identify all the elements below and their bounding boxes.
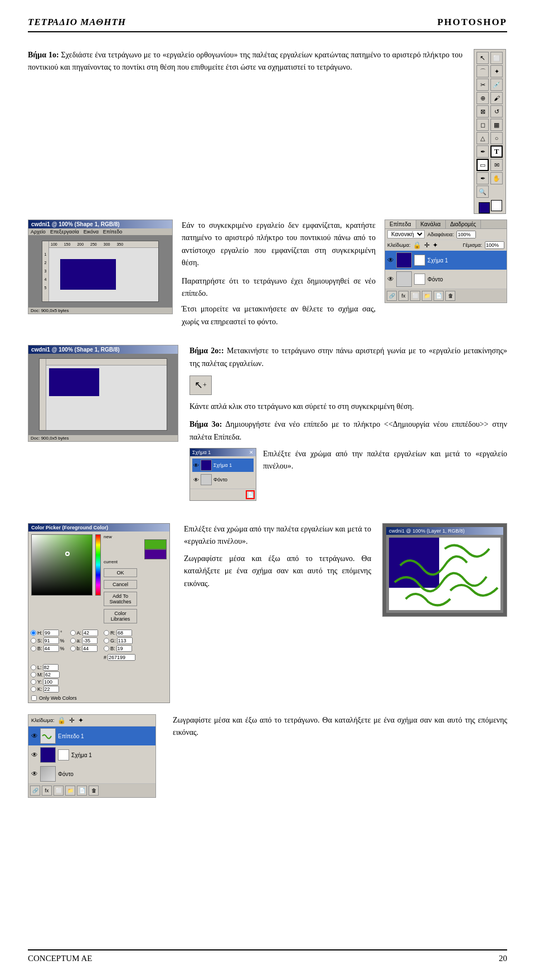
color-ok-btn[interactable]: OK xyxy=(104,568,137,577)
fill-input[interactable] xyxy=(485,241,504,249)
bottom-background-row[interactable]: 👁 Φόντο xyxy=(28,764,155,783)
la-input[interactable] xyxy=(82,630,98,636)
g-radio[interactable] xyxy=(104,638,109,643)
magic-wand-tool-btn[interactable]: ✦ xyxy=(490,65,503,77)
b-radio[interactable] xyxy=(31,646,36,651)
layers-mask-btn[interactable]: ⬜ xyxy=(410,291,420,301)
color-gradient-area[interactable] xyxy=(31,534,93,596)
shape-tool-btn[interactable]: ▭ xyxy=(476,159,489,171)
bb-input[interactable] xyxy=(116,645,132,652)
bottom-bg-name: Φόντο xyxy=(58,771,74,777)
stamp-tool-btn[interactable]: ⊠ xyxy=(476,105,489,118)
lbb-input[interactable] xyxy=(82,645,98,652)
zoom-tool-btn[interactable]: 🔍 xyxy=(476,186,489,198)
l-input[interactable] xyxy=(43,664,59,671)
la-radio[interactable] xyxy=(70,630,76,636)
color-libraries-btn[interactable]: Color Libraries xyxy=(104,609,137,623)
erase-tool-btn[interactable]: ◻ xyxy=(476,119,489,131)
pen-tool-btn[interactable]: ✒ xyxy=(476,145,489,158)
bl-fx-btn[interactable]: fx xyxy=(42,786,52,796)
bottom-shape1-row[interactable]: 👁 Σχήμα 1 xyxy=(28,745,155,764)
shape1-thumb xyxy=(40,747,56,763)
heal-tool-btn[interactable]: ⊕ xyxy=(476,92,489,104)
ps-titlebar-2: cwdni1 @ 100% (Shape 1, RGB/8) xyxy=(28,345,178,354)
h-input[interactable] xyxy=(43,630,59,636)
blend-mode-select[interactable]: Κανονική xyxy=(387,230,425,238)
color-add-swatch-btn[interactable]: Add To Swatches xyxy=(104,592,137,606)
bl-newlayer-btn[interactable]: 📄 xyxy=(77,786,87,796)
l-radio[interactable] xyxy=(31,665,36,670)
step1-title: Βήμα 1ο: xyxy=(28,51,59,59)
s-radio[interactable] xyxy=(31,638,36,643)
laa-radio[interactable] xyxy=(70,638,76,643)
layers-new-group-btn[interactable]: 📁 xyxy=(422,291,432,301)
b-input[interactable] xyxy=(43,645,59,652)
eyedrop-tool-btn[interactable]: 💉 xyxy=(490,79,503,91)
color-picker-title: Color Picker (Foreground Color) xyxy=(28,524,169,532)
step3-text2-mid: Επιλέξτε ένα χρώμα από την παλέτα εργαλε… xyxy=(184,523,371,548)
g-input[interactable] xyxy=(117,637,133,644)
layers-fx-btn[interactable]: fx xyxy=(398,291,408,301)
k-input[interactable] xyxy=(43,686,59,693)
opacity-input[interactable] xyxy=(456,231,476,238)
step2-text2: Κάντε απλά κλικ στο τετράγωνο και σύρετέ… xyxy=(189,401,507,413)
ps-titlebar-1: cwdni1 @ 100% (Shape 1, RGB/8) xyxy=(28,220,172,228)
layer2-row-shape1[interactable]: 👁 Σχήμα 1 xyxy=(192,459,254,472)
hue-bar[interactable] xyxy=(95,534,101,596)
layer-thumb-background xyxy=(396,271,412,287)
y-input[interactable] xyxy=(43,679,59,685)
eyedrop2-tool-btn[interactable]: ✒ xyxy=(476,172,489,184)
lasso-tool-btn[interactable]: ⌒ xyxy=(476,65,489,77)
ps-window-step2: cwdni1 @ 100% (Shape 1, RGB/8) xyxy=(28,345,178,506)
laa-input[interactable] xyxy=(82,637,98,644)
layers-link-btn[interactable]: 🔗 xyxy=(387,291,397,301)
layer2-row-layer1[interactable]: 👁 Φόντο xyxy=(192,473,254,486)
bl-link-btn[interactable]: 🔗 xyxy=(30,786,40,796)
gradient-tool-btn[interactable]: ▦ xyxy=(490,119,503,131)
bl-delete-btn[interactable]: 🗑 xyxy=(89,786,99,796)
h-radio[interactable] xyxy=(31,630,36,636)
hex-input[interactable] xyxy=(108,654,135,661)
layers-delete-btn[interactable]: 🗑 xyxy=(445,291,455,301)
hand-tool-btn[interactable]: ✋ xyxy=(490,172,503,184)
layer-mask-background xyxy=(414,274,425,285)
dodge-tool-btn[interactable]: ○ xyxy=(490,132,503,144)
move-tool-btn[interactable]: ↖ xyxy=(476,52,489,64)
s-input[interactable] xyxy=(43,637,59,644)
layer-row-background[interactable]: 👁 Φόντο xyxy=(385,270,507,289)
layers-tab-epipeda[interactable]: Επίπεδα xyxy=(385,220,416,228)
layers-new-layer-btn[interactable]: 📄 xyxy=(434,291,444,301)
layer-row-shape1[interactable]: 👁 Σχήμα 1 xyxy=(385,251,507,270)
bb-radio[interactable] xyxy=(104,646,109,651)
bl-group-btn[interactable]: 📁 xyxy=(65,786,75,796)
bl-mask-btn[interactable]: ⬜ xyxy=(54,786,64,796)
k-radio[interactable] xyxy=(31,686,36,692)
text-tool-btn[interactable]: T xyxy=(490,145,503,158)
bottom-layer1-row[interactable]: 👁 Επίπεδο 1 xyxy=(28,727,155,745)
marquee-tool-btn[interactable]: ⬜ xyxy=(490,52,503,64)
only-web-checkbox[interactable] xyxy=(31,695,37,701)
r-input[interactable] xyxy=(116,630,132,636)
brush-tool-btn[interactable]: 🖌 xyxy=(490,92,503,104)
step1-intro-text: Βήμα 1ο: Σχεδιάστε ένα τετράγωνο με το «… xyxy=(28,49,463,74)
history-tool-btn[interactable]: ↺ xyxy=(490,105,503,118)
layers-panel2-footer: 📄 xyxy=(190,489,256,500)
color-picker-panel: Color Picker (Foreground Color) xyxy=(28,523,173,703)
color-cancel-btn[interactable]: Cancel xyxy=(104,580,137,589)
y-radio[interactable] xyxy=(31,679,36,685)
notes-tool-btn[interactable]: ✉ xyxy=(490,159,503,171)
lbb-radio[interactable] xyxy=(70,646,76,651)
crop-tool-btn[interactable]: ✂ xyxy=(476,79,489,91)
layer-mask-shape1 xyxy=(414,255,425,266)
color-swatches: new current xyxy=(104,534,167,564)
m-input[interactable] xyxy=(44,671,60,678)
blur-tool-btn[interactable]: △ xyxy=(476,132,489,144)
new-layer-highlighted-btn[interactable]: 📄 xyxy=(246,490,255,499)
m-radio[interactable] xyxy=(31,672,36,677)
step3-middle-text: Επιλέξτε ένα χρώμα από την παλέτα εργαλε… xyxy=(184,523,371,703)
step1-text-col: Εάν το συγκεκριμένο εργαλείο δεν εμφανίζ… xyxy=(182,220,376,328)
layers-tab-kanalia[interactable]: Κανάλια xyxy=(416,220,446,228)
r-radio[interactable] xyxy=(104,630,109,636)
step1-section: Βήμα 1ο: Σχεδιάστε ένα τετράγωνο με το «… xyxy=(28,49,507,328)
layers-tab-diadromes[interactable]: Διαδρομές xyxy=(446,220,481,228)
